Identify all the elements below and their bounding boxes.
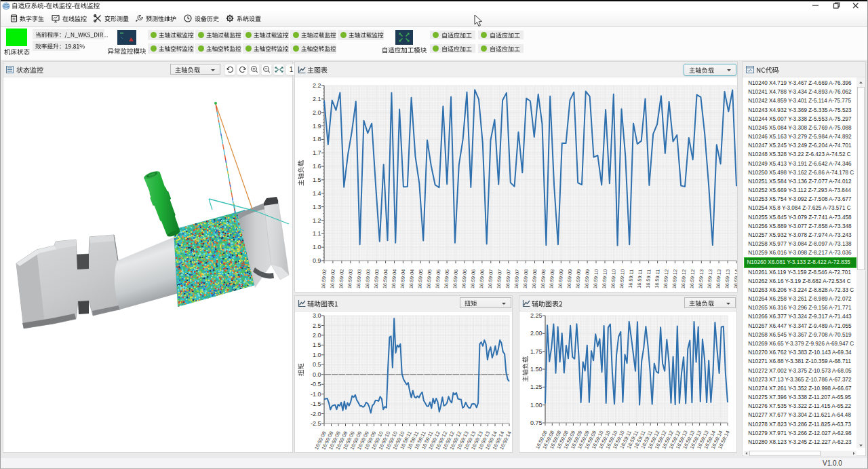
svg-text:2.1: 2.1: [313, 96, 321, 102]
svg-text:0.0: 0.0: [313, 371, 321, 378]
svg-text:-1.0: -1.0: [311, 391, 321, 398]
svg-text:16:59:06: 16:59:06: [469, 269, 477, 289]
svg-text:16:59:11: 16:59:11: [627, 269, 635, 288]
svg-text:1.6: 1.6: [313, 163, 321, 170]
svg-text:16:59:04: 16:59:04: [408, 269, 415, 289]
svg-text:16:59:06: 16:59:06: [452, 269, 459, 289]
svg-text:16:59:05: 16:59:05: [443, 269, 450, 289]
svg-text:16:59:03: 16:59:03: [373, 269, 380, 289]
svg-text:16:59:13: 16:59:13: [724, 269, 731, 289]
svg-text:16:59:09: 16:59:09: [583, 269, 591, 289]
svg-text:16:59:13: 16:59:13: [706, 269, 713, 289]
svg-text:0.9: 0.9: [313, 257, 321, 264]
svg-text:16:59:13: 16:59:13: [697, 269, 705, 289]
svg-text:16:59:05: 16:59:05: [434, 269, 441, 289]
svg-text:-0.5: -0.5: [311, 381, 321, 388]
svg-text:16:59:10: 16:59:10: [601, 269, 608, 289]
svg-text:1.5: 1.5: [313, 341, 321, 348]
svg-text:16:59:04: 16:59:04: [382, 269, 389, 289]
svg-text:2.2: 2.2: [313, 82, 321, 89]
svg-text:16:59:07: 16:59:07: [487, 269, 494, 289]
svg-text:1.00: 1.00: [530, 402, 542, 409]
svg-text:16:59:13: 16:59:13: [715, 269, 722, 289]
svg-text:16:59:06: 16:59:06: [478, 269, 486, 289]
svg-text:16:59:11: 16:59:11: [654, 269, 661, 288]
svg-text:3.0: 3.0: [313, 312, 321, 319]
svg-text:16:59:02: 16:59:02: [320, 269, 328, 289]
svg-text:16:59:14: 16:59:14: [732, 269, 737, 289]
svg-text:16:59:02: 16:59:02: [338, 269, 345, 289]
svg-text:16:59:03: 16:59:03: [364, 269, 372, 289]
svg-text:1.4: 1.4: [313, 190, 321, 197]
svg-text:16:59:07: 16:59:07: [496, 269, 503, 289]
svg-text:16:59:08: 16:59:08: [522, 269, 530, 289]
svg-text:1.3: 1.3: [313, 204, 321, 210]
svg-text:16:59:08: 16:59:08: [531, 269, 538, 289]
svg-text:16:59:12: 16:59:12: [688, 269, 696, 289]
svg-text:1.1: 1.1: [313, 230, 321, 237]
svg-text:1.0: 1.0: [313, 352, 321, 358]
svg-text:-1.5: -1.5: [311, 400, 321, 407]
svg-text:2.00: 2.00: [530, 330, 542, 337]
svg-text:1.7: 1.7: [313, 149, 321, 156]
svg-text:16:59:10: 16:59:10: [592, 269, 599, 289]
svg-text:16:59:11: 16:59:11: [645, 269, 652, 288]
svg-text:16:59:03: 16:59:03: [347, 269, 354, 289]
svg-text:16:59:03: 16:59:03: [355, 269, 363, 289]
svg-text:16:59:09: 16:59:09: [557, 269, 564, 289]
svg-text:2.0: 2.0: [313, 109, 321, 116]
svg-text:1.0: 1.0: [313, 244, 321, 250]
svg-text:2.5: 2.5: [313, 322, 321, 329]
svg-text:16:59:12: 16:59:12: [663, 269, 670, 289]
svg-text:16:59:10: 16:59:10: [618, 269, 626, 289]
svg-text:1.75: 1.75: [530, 348, 542, 355]
svg-text:0.5: 0.5: [313, 361, 321, 368]
svg-text:-2.5: -2.5: [311, 420, 321, 427]
svg-text:16:59:04: 16:59:04: [399, 269, 406, 289]
svg-text:1.2: 1.2: [313, 217, 321, 224]
svg-text:16:59:06: 16:59:06: [460, 269, 468, 289]
svg-text:16:59:11: 16:59:11: [636, 269, 644, 288]
svg-text:16:59:07: 16:59:07: [513, 269, 521, 289]
svg-text:2.25: 2.25: [530, 312, 542, 319]
svg-text:16:59:12: 16:59:12: [671, 269, 678, 289]
svg-text:16:59:05: 16:59:05: [425, 269, 433, 289]
svg-text:16:59:10: 16:59:10: [610, 269, 617, 289]
svg-text:16:59:08: 16:59:08: [539, 269, 547, 289]
svg-text:2.0: 2.0: [313, 332, 321, 339]
svg-text:16:59:09: 16:59:09: [574, 269, 582, 289]
svg-text:1.9: 1.9: [313, 123, 321, 130]
svg-text:16:59:04: 16:59:04: [391, 269, 398, 289]
svg-text:0.75: 0.75: [530, 419, 542, 426]
svg-text:1.25: 1.25: [530, 383, 542, 390]
svg-text:16:59:08: 16:59:08: [548, 269, 555, 289]
svg-text:1.5: 1.5: [313, 176, 321, 183]
svg-text:1: 1: [290, 66, 294, 73]
svg-text:16:59:09: 16:59:09: [566, 269, 573, 289]
svg-text:-2.0: -2.0: [311, 411, 321, 417]
svg-text:1.8: 1.8: [313, 136, 321, 143]
svg-text:16:59:07: 16:59:07: [505, 269, 512, 289]
svg-text:1.50: 1.50: [530, 366, 542, 373]
svg-text:16:59:05: 16:59:05: [416, 269, 424, 289]
svg-text:16:59:02: 16:59:02: [329, 269, 336, 289]
svg-text:16:59:12: 16:59:12: [679, 269, 687, 289]
